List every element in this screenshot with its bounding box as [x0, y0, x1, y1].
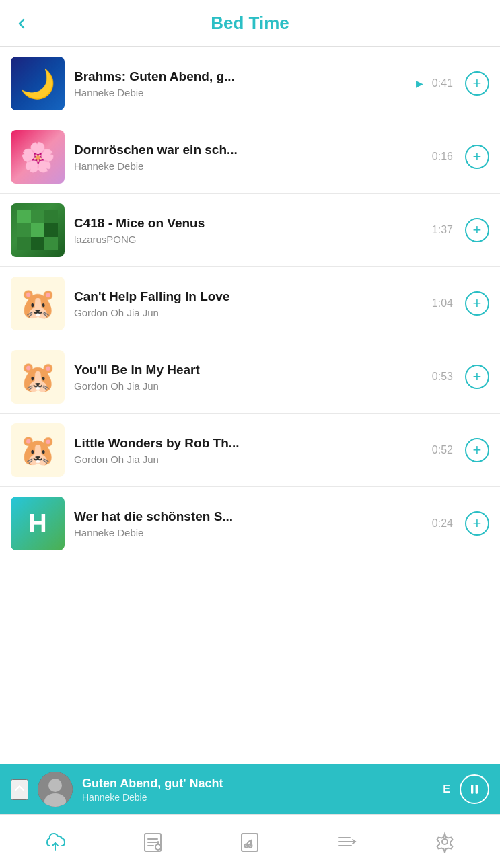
- song-duration: 1:37: [429, 224, 453, 236]
- song-artwork: 🐹: [11, 350, 65, 404]
- song-info: Little Wonders by Rob Th... Gordon Oh Ji…: [74, 436, 422, 465]
- tab-settings[interactable]: [396, 831, 493, 853]
- song-title: Little Wonders by Rob Th...: [74, 436, 422, 451]
- tab-music[interactable]: [201, 831, 299, 853]
- add-button[interactable]: +: [465, 511, 489, 536]
- song-title: C418 - Mice on Venus: [74, 216, 422, 231]
- pause-button[interactable]: [460, 774, 489, 804]
- add-button[interactable]: +: [465, 438, 489, 462]
- now-playing-title: Guten Abend, gut' Nacht: [82, 776, 433, 791]
- table-row[interactable]: 🐹 You'll Be In My Heart Gordon Oh Jia Ju…: [0, 340, 500, 414]
- svg-rect-7: [31, 237, 44, 250]
- back-button[interactable]: [13, 15, 30, 32]
- table-row[interactable]: C418 - Mice on Venus lazarusPONG 1:37 +: [0, 194, 500, 267]
- song-artwork: [11, 57, 65, 110]
- song-info: Brahms: Guten Abend, g... Hanneke Debie: [74, 69, 409, 98]
- song-info: Dornröschen war ein sch... Hanneke Debie: [74, 143, 422, 172]
- song-artist: Gordon Oh Jia Jun: [74, 454, 422, 465]
- svg-rect-6: [17, 237, 31, 250]
- table-row[interactable]: Dornröschen war ein sch... Hanneke Debie…: [0, 120, 500, 194]
- song-duration: 0:41: [429, 77, 453, 89]
- table-row[interactable]: Brahms: Guten Abend, g... Hanneke Debie …: [0, 47, 500, 120]
- song-list: Brahms: Guten Abend, g... Hanneke Debie …: [0, 47, 500, 560]
- svg-rect-21: [242, 834, 258, 851]
- song-artist: Hanneke Debie: [74, 527, 422, 538]
- svg-rect-5: [44, 223, 58, 237]
- song-artist: Gordon Oh Jia Jun: [74, 307, 422, 318]
- svg-rect-2: [44, 210, 58, 223]
- svg-rect-13: [476, 785, 478, 793]
- song-artwork: [11, 130, 65, 184]
- svg-rect-3: [17, 223, 31, 237]
- song-title: Dornröschen war ein sch...: [74, 143, 422, 157]
- header: Bed Time: [0, 0, 500, 47]
- song-duration: 0:53: [429, 371, 453, 383]
- page-title: Bed Time: [211, 13, 289, 34]
- duration-area: 0:53 +: [429, 365, 489, 389]
- table-row[interactable]: 🐹 Can't Help Falling In Love Gordon Oh J…: [0, 267, 500, 340]
- song-info: Can't Help Falling In Love Gordon Oh Jia…: [74, 289, 422, 318]
- explicit-badge: E: [443, 783, 450, 795]
- now-playing-info: Guten Abend, gut' Nacht Hanneke Debie: [82, 776, 433, 803]
- duration-area: 1:37 +: [429, 218, 489, 242]
- tab-bar: [0, 814, 500, 868]
- avatar: [38, 772, 73, 807]
- tab-queue[interactable]: [299, 831, 396, 853]
- song-info: Wer hat die schönsten S... Hanneke Debie: [74, 509, 422, 538]
- svg-point-19: [155, 844, 161, 850]
- add-button[interactable]: +: [465, 145, 489, 169]
- svg-rect-4: [31, 223, 44, 237]
- collapse-button[interactable]: [11, 779, 28, 800]
- svg-rect-0: [17, 210, 31, 223]
- duration-area: 1:04 +: [429, 291, 489, 316]
- song-title: Wer hat die schönsten S...: [74, 509, 422, 524]
- add-button[interactable]: +: [465, 218, 489, 242]
- song-title: Brahms: Guten Abend, g...: [74, 69, 409, 84]
- table-row[interactable]: H Wer hat die schönsten S... Hanneke Deb…: [0, 487, 500, 560]
- song-info: You'll Be In My Heart Gordon Oh Jia Jun: [74, 363, 422, 392]
- duration-area: 0:24 +: [429, 511, 489, 536]
- duration-area: 0:16 +: [429, 145, 489, 169]
- table-row[interactable]: 🐹 Little Wonders by Rob Th... Gordon Oh …: [0, 414, 500, 487]
- song-duration: 1:04: [429, 297, 453, 310]
- add-button[interactable]: +: [465, 365, 489, 389]
- song-artwork: 🐹: [11, 277, 65, 330]
- song-duration: 0:16: [429, 151, 453, 163]
- song-artist: Gordon Oh Jia Jun: [74, 380, 422, 392]
- song-duration: 0:52: [429, 444, 453, 456]
- song-artwork: H: [11, 497, 65, 550]
- svg-point-10: [48, 779, 62, 792]
- svg-rect-12: [471, 785, 473, 793]
- duration-area: 0:52 +: [429, 438, 489, 462]
- svg-point-27: [442, 839, 448, 844]
- tab-playlist[interactable]: [104, 831, 202, 853]
- svg-rect-8: [44, 237, 58, 250]
- tab-home[interactable]: [7, 831, 104, 853]
- song-artist: Hanneke Debie: [74, 160, 422, 172]
- song-title: You'll Be In My Heart: [74, 363, 422, 377]
- song-artwork: [11, 203, 65, 257]
- play-indicator: ▶: [416, 78, 423, 89]
- duration-area: ▶ 0:41 +: [416, 71, 489, 96]
- song-artist: Hanneke Debie: [74, 87, 409, 98]
- song-title: Can't Help Falling In Love: [74, 289, 422, 304]
- add-button[interactable]: +: [465, 71, 489, 96]
- song-artist: lazarusPONG: [74, 233, 422, 245]
- now-playing-bar[interactable]: Guten Abend, gut' Nacht Hanneke Debie E: [0, 764, 500, 814]
- now-playing-artist: Hanneke Debie: [82, 792, 433, 803]
- add-button[interactable]: +: [465, 291, 489, 316]
- song-info: C418 - Mice on Venus lazarusPONG: [74, 216, 422, 245]
- svg-rect-1: [31, 210, 44, 223]
- song-artwork: 🐹: [11, 423, 65, 477]
- song-duration: 0:24: [429, 517, 453, 530]
